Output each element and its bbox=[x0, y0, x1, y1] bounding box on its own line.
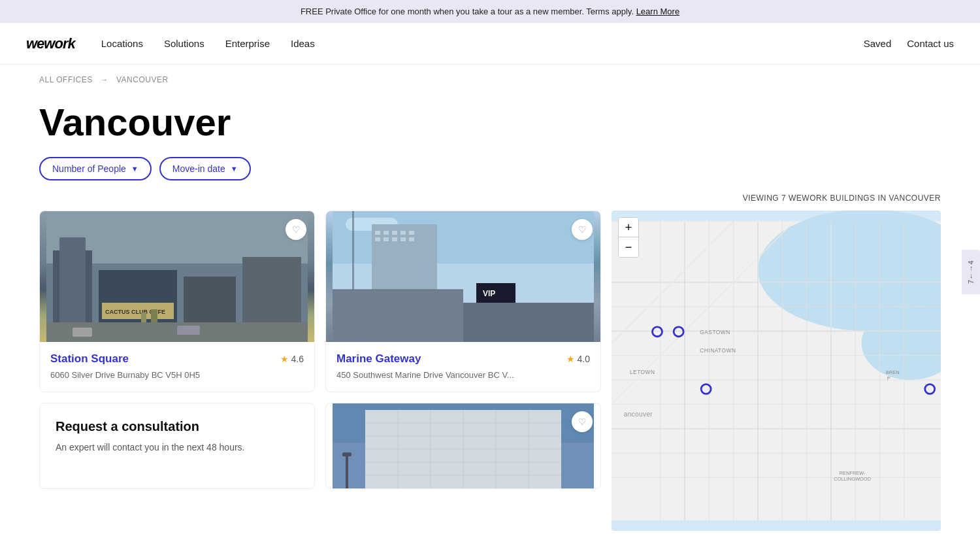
date-filter-button[interactable]: Move-in date ▼ bbox=[159, 157, 251, 180]
svg-rect-33 bbox=[352, 211, 354, 290]
card-info-marine: Marine Gateway ★ 4.0 450 Southwest Marin… bbox=[326, 342, 600, 392]
logo[interactable]: wework bbox=[26, 35, 75, 52]
favorite-button-marine[interactable]: ♡ bbox=[572, 219, 593, 240]
consultation-card[interactable]: Request a consultation An expert will co… bbox=[39, 403, 315, 489]
svg-point-83 bbox=[653, 327, 662, 337]
svg-rect-24 bbox=[384, 237, 389, 241]
nav-saved[interactable]: Saved bbox=[864, 38, 892, 49]
svg-text:LETOWN: LETOWN bbox=[630, 369, 655, 375]
feedback-text: 7←→4 bbox=[967, 260, 975, 284]
svg-point-85 bbox=[701, 384, 711, 394]
star-icon: ★ bbox=[280, 354, 289, 364]
svg-point-84 bbox=[674, 327, 683, 337]
consultation-description: An expert will contact you in the next 4… bbox=[56, 441, 299, 454]
zoom-in-button[interactable]: + bbox=[619, 218, 638, 237]
breadcrumb-separator: → bbox=[101, 75, 109, 84]
svg-rect-31 bbox=[463, 303, 594, 342]
breadcrumb: ALL OFFICES → VANCOUVER bbox=[0, 65, 980, 84]
favorite-button-station[interactable]: ♡ bbox=[286, 219, 306, 240]
promo-banner: FREE Private Office for one month when y… bbox=[0, 0, 980, 23]
viewing-count: VIEWING 7 WEWORK BUILDINGS IN VANCOUVER bbox=[0, 194, 980, 203]
card-image-marine: VIP bbox=[326, 211, 600, 342]
zoom-out-button[interactable]: − bbox=[619, 237, 638, 257]
card-info-station: Station Square ★ 4.6 6060 Silver Drive B… bbox=[40, 342, 314, 392]
nav-right: Saved Contact us bbox=[864, 38, 954, 49]
svg-rect-47 bbox=[346, 456, 348, 488]
card-name-row-marine: Marine Gateway ★ 4.0 bbox=[336, 352, 590, 366]
svg-text:VIP: VIP bbox=[483, 289, 495, 298]
card-rating-station: ★ 4.6 bbox=[280, 354, 304, 364]
main-content: CACTUS CLUB CAFE ♡ bbox=[0, 211, 980, 531]
svg-rect-18 bbox=[375, 231, 380, 235]
card-address-station: 6060 Silver Drive Burnaby BC V5H 0H5 bbox=[50, 369, 304, 381]
svg-rect-21 bbox=[400, 231, 406, 235]
rating-value-station: 4.6 bbox=[291, 354, 304, 364]
people-filter-label: Number of People bbox=[52, 163, 126, 174]
learn-more-link[interactable]: Learn More bbox=[636, 7, 679, 16]
card-name-station[interactable]: Station Square bbox=[50, 352, 129, 366]
svg-text:ancouver: ancouver bbox=[624, 411, 653, 418]
nav-contact[interactable]: Contact us bbox=[907, 38, 954, 49]
card-address-marine: 450 Southwest Marine Drive Vancouver BC … bbox=[336, 369, 590, 381]
svg-rect-26 bbox=[400, 237, 406, 241]
svg-text:GASTOWN: GASTOWN bbox=[700, 329, 730, 335]
rating-value-marine: 4.0 bbox=[578, 354, 590, 364]
feedback-strip[interactable]: 7←→4 bbox=[962, 250, 980, 294]
listing-card-station-square[interactable]: CACTUS CLUB CAFE ♡ bbox=[39, 211, 315, 392]
people-filter-button[interactable]: Number of People ▼ bbox=[39, 157, 152, 180]
building-image-svg: CACTUS CLUB CAFE bbox=[40, 211, 314, 342]
listing-card-marine-gateway[interactable]: VIP ♡ Marine Gateway ★ 4.0 bbox=[325, 211, 601, 392]
svg-rect-29 bbox=[476, 283, 515, 303]
svg-text:BREN: BREN bbox=[886, 369, 900, 375]
consultation-title: Request a consultation bbox=[56, 419, 299, 434]
svg-rect-20 bbox=[392, 231, 397, 235]
page-header: Vancouver Number of People ▼ Move-in dat… bbox=[0, 84, 980, 180]
marine-building-svg: VIP bbox=[326, 211, 600, 342]
svg-rect-22 bbox=[409, 231, 414, 235]
banner-text: FREE Private Office for one month when y… bbox=[301, 7, 634, 16]
listing-card-third[interactable]: ♡ bbox=[325, 403, 601, 489]
card-image-third bbox=[326, 403, 600, 488]
svg-rect-48 bbox=[342, 452, 351, 456]
nav-ideas[interactable]: Ideas bbox=[291, 38, 315, 49]
svg-rect-13 bbox=[151, 309, 157, 322]
people-filter-arrow: ▼ bbox=[131, 165, 139, 173]
cards-grid-row2: Request a consultation An expert will co… bbox=[39, 403, 601, 489]
svg-point-86 bbox=[925, 384, 935, 394]
map-svg: GASTOWN CHINATOWN LETOWN ancouver BREN P… bbox=[612, 211, 941, 531]
card-image-station: CACTUS CLUB CAFE bbox=[40, 211, 314, 342]
nav-enterprise[interactable]: Enterprise bbox=[225, 38, 270, 49]
card-rating-marine: ★ 4.0 bbox=[566, 354, 590, 364]
svg-text:CHINATOWN: CHINATOWN bbox=[700, 347, 736, 354]
svg-text:RENFREW-: RENFREW- bbox=[840, 470, 866, 476]
nav-links: Locations Solutions Enterprise Ideas bbox=[101, 38, 864, 49]
cards-grid: CACTUS CLUB CAFE ♡ bbox=[39, 211, 601, 392]
star-icon: ★ bbox=[566, 354, 575, 364]
card-name-row-station: Station Square ★ 4.6 bbox=[50, 352, 304, 366]
svg-rect-12 bbox=[141, 313, 146, 322]
card-name-marine[interactable]: Marine Gateway bbox=[336, 352, 421, 366]
breadcrumb-current: VANCOUVER bbox=[116, 75, 169, 84]
svg-rect-23 bbox=[375, 237, 380, 241]
filter-row: Number of People ▼ Move-in date ▼ bbox=[39, 157, 941, 180]
svg-rect-10 bbox=[73, 328, 92, 337]
svg-text:COLLINGWOOD: COLLINGWOOD bbox=[834, 476, 871, 482]
nav-locations[interactable]: Locations bbox=[101, 38, 143, 49]
nav-solutions[interactable]: Solutions bbox=[164, 38, 204, 49]
breadcrumb-all-offices[interactable]: ALL OFFICES bbox=[39, 75, 93, 84]
page-title: Vancouver bbox=[39, 100, 941, 144]
third-building-svg bbox=[326, 403, 600, 488]
map-container[interactable]: GASTOWN CHINATOWN LETOWN ancouver BREN P… bbox=[612, 211, 941, 531]
map-section: GASTOWN CHINATOWN LETOWN ancouver BREN P… bbox=[612, 211, 941, 531]
svg-rect-27 bbox=[409, 237, 414, 241]
main-nav: wework Locations Solutions Enterprise Id… bbox=[0, 23, 980, 65]
favorite-button-third[interactable]: ♡ bbox=[572, 411, 593, 432]
svg-rect-19 bbox=[384, 231, 389, 235]
listings-section: CACTUS CLUB CAFE ♡ bbox=[39, 211, 601, 531]
svg-text:P: P bbox=[887, 375, 890, 381]
map-zoom-controls: + − bbox=[618, 217, 639, 258]
svg-rect-28 bbox=[333, 290, 463, 342]
date-filter-arrow: ▼ bbox=[231, 165, 238, 173]
svg-rect-11 bbox=[177, 326, 200, 335]
date-filter-label: Move-in date bbox=[172, 163, 225, 174]
